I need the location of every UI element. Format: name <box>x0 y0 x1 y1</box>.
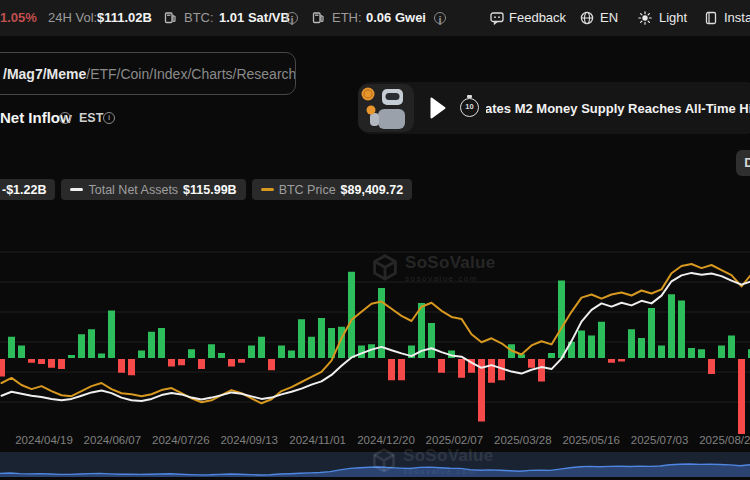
x-axis-label: 2025/05/16 <box>562 434 620 446</box>
info-icon[interactable]: i <box>59 112 71 124</box>
search-row: /Mag7/Meme/ETF/Coin/Index/Charts/Researc… <box>0 36 750 104</box>
install-button[interactable]: Install <box>724 10 750 26</box>
sosovalue-logo-icon <box>372 254 398 282</box>
x-axis-label: 2025/03/28 <box>494 434 552 446</box>
watermark-center: SoSoValue sosovalue.com <box>372 253 496 283</box>
search-query-rest: /ETF/Coin/Index/Charts/Research <box>86 66 296 82</box>
sosovalue-logo-icon <box>372 448 396 474</box>
x-axis-label: 2025/07/03 <box>631 434 689 446</box>
feedback-icon <box>490 11 504 25</box>
watermark-brand: SoSoValue <box>405 253 496 273</box>
legend-net-inflow[interactable]: -$1.22B <box>0 179 55 200</box>
btc-gas-label: BTC: <box>184 10 214 26</box>
timer-10s-icon: 10 <box>460 98 479 117</box>
assets-line-marker-icon <box>70 188 83 191</box>
eth-gas-value: 0.06 Gwei <box>366 10 426 26</box>
top-stats-bar: 1.05% 24H Vol: $111.02B BTC: 1.01 Sat/VB… <box>0 0 750 36</box>
install-app-icon <box>704 11 718 25</box>
chart-legend: -$1.22B Total Net Assets $115.99B BTC Pr… <box>0 179 412 200</box>
info-icon[interactable]: i <box>103 112 115 124</box>
legend-total-net-assets[interactable]: Total Net Assets $115.99B <box>61 179 245 200</box>
gas-pump-icon <box>164 11 178 25</box>
watermark-domain: sosovalue.com <box>405 274 496 283</box>
search-input[interactable]: /Mag7/Meme/ETF/Coin/Index/Charts/Researc… <box>0 52 296 95</box>
x-axis: 2024/04/192024/06/072024/07/262024/09/13… <box>0 434 750 449</box>
timezone-label: EST <box>79 111 103 125</box>
assets-value: $115.99B <box>183 183 237 197</box>
gas-pump-icon <box>312 11 326 25</box>
period-daily-button[interactable]: D <box>736 150 750 176</box>
x-axis-label: 2024/09/13 <box>220 434 278 446</box>
feedback-button[interactable]: Feedback <box>509 10 566 26</box>
x-axis-label: 2024/06/07 <box>84 434 142 446</box>
language-button[interactable]: EN <box>600 10 618 26</box>
vol-value: $111.02B <box>97 10 152 26</box>
news-headline[interactable]: United States M2 Money Supply Reaches Al… <box>486 99 750 117</box>
news-ticker-bar: 10 United States M2 Money Supply Reaches… <box>358 82 750 134</box>
info-icon[interactable]: i <box>286 12 298 24</box>
play-button[interactable] <box>430 97 446 119</box>
btc-gas-value: 1.01 Sat/VB <box>219 10 290 26</box>
sun-icon <box>638 11 652 25</box>
x-axis-label: 2025/02/07 <box>426 434 484 446</box>
market-change-percent: 1.05% <box>0 10 37 26</box>
theme-toggle[interactable]: Light <box>659 10 687 26</box>
vol-label: 24H Vol: <box>48 10 97 26</box>
robot-avatar[interactable] <box>358 84 414 132</box>
info-icon[interactable]: i <box>434 12 446 24</box>
legend-btc-price[interactable]: BTC Price $89,409.72 <box>252 179 413 200</box>
net-inflow-value: -$1.22B <box>2 183 46 197</box>
btc-line-marker-icon <box>261 188 274 191</box>
eth-gas-label: ETH: <box>332 10 362 26</box>
x-axis-label: 2025/08/22 <box>699 434 750 446</box>
search-query-highlight: /Mag7/Meme <box>3 66 86 82</box>
globe-icon <box>580 11 594 25</box>
x-axis-label: 2024/04/19 <box>15 434 73 446</box>
x-axis-label: 2024/11/01 <box>289 434 346 446</box>
btc-price-value: $89,409.72 <box>341 183 404 197</box>
x-axis-label: 2024/12/20 <box>357 434 415 446</box>
x-axis-label: 2024/07/26 <box>152 434 210 446</box>
watermark-bottom: SoSoValue sosovalue.com <box>372 446 494 476</box>
